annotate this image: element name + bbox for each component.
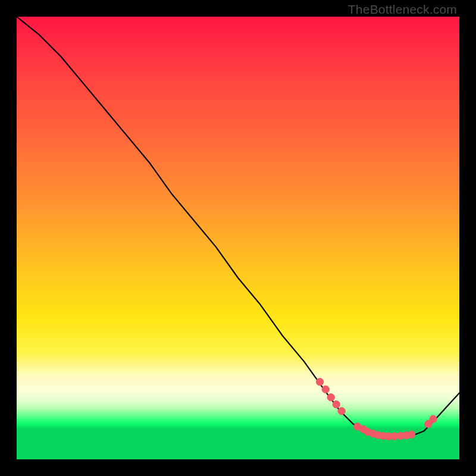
marker-dot (338, 408, 345, 415)
marker-dot (327, 394, 334, 401)
marker-dot (333, 401, 340, 408)
chart-svg (17, 17, 459, 459)
watermark-text: TheBottleneck.com (348, 2, 457, 17)
marker-group (316, 378, 437, 440)
marker-dot (430, 415, 437, 422)
marker-dot (322, 386, 329, 393)
marker-dot (408, 431, 415, 438)
marker-dot (316, 378, 323, 386)
bottleneck-curve (17, 17, 459, 436)
